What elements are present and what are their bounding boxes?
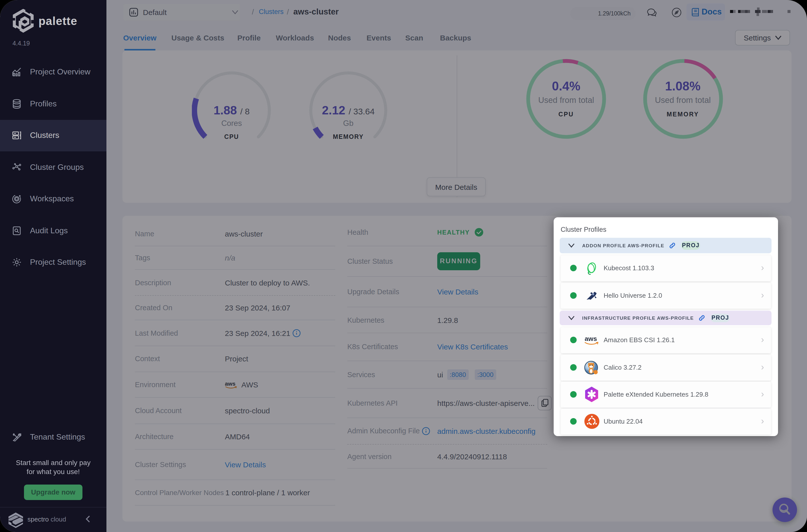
svg-text:aws: aws bbox=[585, 335, 597, 342]
